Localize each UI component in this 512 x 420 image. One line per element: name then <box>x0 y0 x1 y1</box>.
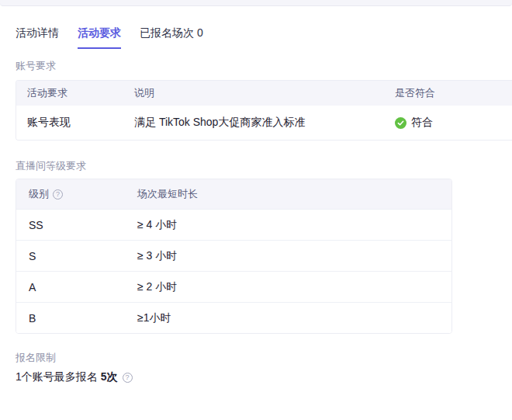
column-header-description: 说明 <box>123 86 384 100</box>
account-requirements-table: 活动要求 说明 是否符合 账号表现 满足 TikTok Shop大促商家准入标准… <box>16 80 512 141</box>
level-cell: SS <box>16 219 125 231</box>
description-cell: 满足 TikTok Shop大促商家准入标准 <box>123 116 384 130</box>
status-cell: 符合 <box>384 116 512 130</box>
table-row: S ≥ 3 小时 <box>16 240 451 271</box>
registration-limit-text: 1个账号最多报名 5次 ? <box>16 370 512 384</box>
duration-cell: ≥ 4 小时 <box>125 218 451 232</box>
column-header-compliance: 是否符合 <box>384 86 512 100</box>
table-row: SS ≥ 4 小时 <box>16 209 451 240</box>
limit-count: 5次 <box>101 370 118 384</box>
column-header-min-duration: 场次最短时长 <box>125 187 451 201</box>
tab-registered-sessions[interactable]: 已报名场次 0 <box>140 26 203 49</box>
level-cell: B <box>16 312 125 325</box>
status-label: 符合 <box>411 116 433 130</box>
level-cell: A <box>16 281 125 293</box>
level-cell: S <box>16 250 125 262</box>
limit-section-title: 报名限制 <box>16 351 512 365</box>
column-header-level: 级别 ? <box>16 187 125 201</box>
top-divider <box>0 0 512 6</box>
table-row: A ≥ 2 小时 <box>16 271 451 302</box>
tab-activity-details[interactable]: 活动详情 <box>16 26 59 49</box>
duration-cell: ≥ 2 小时 <box>125 280 451 294</box>
requirement-cell: 账号表现 <box>16 116 123 130</box>
question-circle-icon[interactable]: ? <box>123 373 133 383</box>
question-circle-icon[interactable]: ? <box>53 189 63 200</box>
main-content: 活动详情 活动要求 已报名场次 0 账号要求 活动要求 说明 是否符合 账号表现… <box>0 6 512 384</box>
tab-bar: 活动详情 活动要求 已报名场次 0 <box>16 6 512 49</box>
level-requirements-table: 级别 ? 场次最短时长 SS ≥ 4 小时 S ≥ 3 小时 A ≥ 2 小时 … <box>16 179 452 334</box>
level-section-title: 直播间等级要求 <box>16 159 512 173</box>
column-header-requirement: 活动要求 <box>16 86 123 100</box>
account-section-title: 账号要求 <box>16 59 512 73</box>
table-row: 账号表现 满足 TikTok Shop大促商家准入标准 符合 <box>16 106 512 140</box>
check-circle-icon <box>395 117 406 129</box>
tab-activity-requirements[interactable]: 活动要求 <box>78 26 121 49</box>
table-row: B ≥1小时 <box>16 302 451 333</box>
duration-cell: ≥ 3 小时 <box>125 249 451 263</box>
duration-cell: ≥1小时 <box>125 311 451 325</box>
level-header-label: 级别 <box>29 187 49 201</box>
limit-prefix: 1个账号最多报名 <box>16 370 98 384</box>
table-header-row: 级别 ? 场次最短时长 <box>16 179 451 209</box>
table-header-row: 活动要求 说明 是否符合 <box>16 81 512 106</box>
